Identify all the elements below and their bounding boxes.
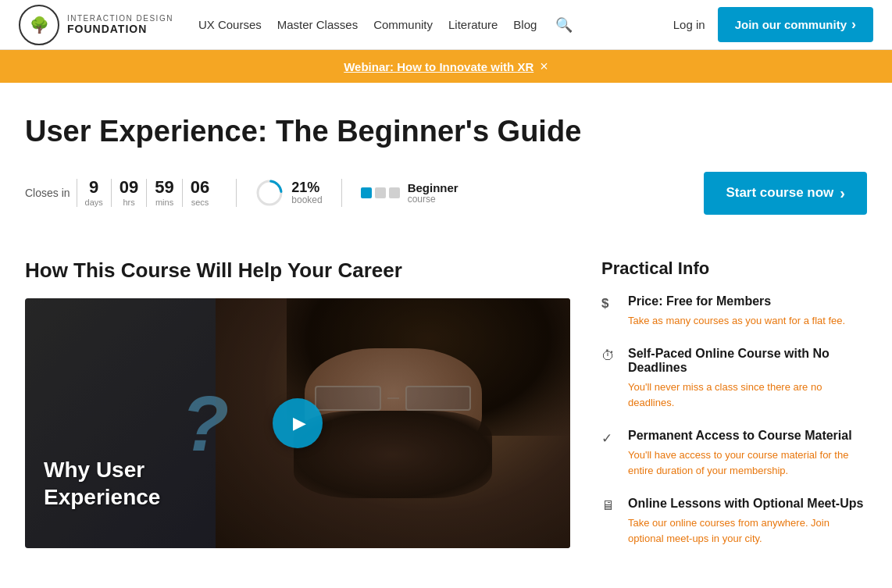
hero-section: User Experience: The Beginner's Guide Cl…: [0, 83, 892, 258]
question-mark-decoration: ?: [181, 384, 229, 462]
video-text-overlay: Why User Experience: [44, 456, 160, 511]
practical-info-panel: Practical Info $ Price: Free for Members…: [601, 258, 867, 565]
countdown-timer: 9 days 09 hrs 59 mins 06 secs: [77, 179, 218, 207]
booked-circle-icon: [255, 179, 284, 207]
logo-icon: 🌳: [19, 5, 59, 45]
timer-secs: 06 secs: [182, 179, 217, 207]
permanent-access-content: Permanent Access to Course Material You'…: [628, 429, 867, 478]
level-dot-2: [375, 187, 386, 198]
timer-mins: 59 mins: [146, 179, 181, 207]
info-item-permanent-access: ✓ Permanent Access to Course Material Yo…: [601, 429, 867, 478]
online-lessons-desc: Take our online courses from anywhere. J…: [628, 515, 867, 546]
self-paced-desc: You'll never miss a class since there ar…: [628, 380, 867, 410]
self-paced-content: Self-Paced Online Course with No Deadlin…: [628, 347, 867, 410]
nav-link-blog[interactable]: Blog: [513, 18, 537, 31]
info-item-price: $ Price: Free for Members Take as many c…: [601, 294, 867, 329]
booked-label-text: booked: [291, 194, 322, 205]
price-heading: Price: Free for Members: [628, 294, 845, 308]
closes-label: Closes in: [25, 187, 70, 199]
booked-info: 21% booked: [291, 180, 322, 205]
secs-value: 06: [191, 179, 209, 196]
level-stat: Beginner course: [361, 182, 458, 205]
permanent-access-desc: You'll have access to your course materi…: [628, 447, 867, 478]
nav-link-literature[interactable]: Literature: [448, 18, 498, 31]
online-lessons-content: Online Lessons with Optional Meet-Ups Ta…: [628, 497, 867, 546]
content-left: How This Course Will Help Your Career: [25, 258, 570, 565]
start-btn-label: Start course now: [726, 185, 833, 201]
monitor-icon: 🖥: [601, 498, 617, 546]
checkmark-icon: ✓: [601, 430, 617, 478]
webinar-link[interactable]: Webinar: How to Innovate with XR: [344, 60, 533, 73]
video-text-line1: Why User: [44, 456, 160, 483]
stat-divider-2: [341, 179, 342, 207]
level-sublabel: course: [408, 194, 458, 205]
level-dot-1: [361, 187, 372, 198]
stats-row: Closes in 9 days 09 hrs 59 mins 06 secs: [25, 172, 867, 215]
permanent-access-heading: Permanent Access to Course Material: [628, 429, 867, 443]
booked-stat: 21% booked: [255, 179, 322, 207]
timer-hrs: 09 hrs: [111, 179, 146, 207]
level-info: Beginner course: [408, 182, 458, 205]
stat-divider-1: [236, 179, 237, 207]
logo-bottom: FOUNDATION: [67, 23, 173, 35]
join-label: Join our community: [735, 18, 847, 31]
nav-link-master-classes[interactable]: Master Classes: [277, 18, 358, 31]
nav-link-community[interactable]: Community: [373, 18, 433, 31]
clock-icon: ⏱: [601, 348, 617, 410]
level-dots: [361, 187, 400, 198]
navbar: 🌳 INTERACTION DESIGN FOUNDATION UX Cours…: [0, 0, 892, 50]
level-name-text: Beginner: [408, 182, 458, 194]
price-desc: Take as many courses as you want for a f…: [628, 313, 845, 329]
logo-link[interactable]: 🌳 INTERACTION DESIGN FOUNDATION: [19, 5, 173, 45]
hrs-value: 09: [120, 179, 138, 196]
nav-link-ux-courses[interactable]: UX Courses: [198, 18, 262, 31]
mins-value: 59: [155, 179, 173, 196]
days-value: 9: [89, 179, 98, 196]
days-label: days: [85, 198, 103, 207]
main-content: How This Course Will Help Your Career: [0, 258, 892, 565]
price-icon: $: [601, 296, 617, 329]
play-button[interactable]: ▶: [273, 398, 323, 448]
level-dot-3: [389, 187, 400, 198]
video-text-line2: Experience: [44, 483, 160, 511]
join-arrow: ›: [851, 16, 856, 33]
start-course-button[interactable]: Start course now ›: [704, 172, 867, 215]
section-title: How This Course Will Help Your Career: [25, 258, 570, 283]
timer-days: 9 days: [77, 179, 111, 207]
info-item-self-paced: ⏱ Self-Paced Online Course with No Deadl…: [601, 347, 867, 410]
start-btn-arrow: ›: [840, 184, 845, 202]
search-button[interactable]: 🔍: [552, 13, 576, 37]
secs-label: secs: [191, 198, 209, 207]
practical-info-title: Practical Info: [601, 258, 867, 279]
course-title: User Experience: The Beginner's Guide: [25, 114, 867, 150]
logo-text: INTERACTION DESIGN FOUNDATION: [67, 14, 173, 35]
video-container[interactable]: ? Why User Experience ▶: [25, 298, 570, 548]
login-link[interactable]: Log in: [673, 18, 705, 31]
price-content: Price: Free for Members Take as many cou…: [628, 294, 845, 329]
mins-label: mins: [155, 198, 173, 207]
hrs-label: hrs: [123, 198, 134, 207]
play-icon: ▶: [293, 413, 306, 433]
announcement-banner: Webinar: How to Innovate with XR ×: [0, 50, 892, 83]
info-item-online-lessons: 🖥 Online Lessons with Optional Meet-Ups …: [601, 497, 867, 546]
self-paced-heading: Self-Paced Online Course with No Deadlin…: [628, 347, 867, 375]
online-lessons-heading: Online Lessons with Optional Meet-Ups: [628, 497, 867, 511]
logo-top: INTERACTION DESIGN: [67, 14, 173, 23]
join-community-button[interactable]: Join our community ›: [718, 7, 873, 42]
banner-close-button[interactable]: ×: [540, 59, 548, 73]
booked-percentage: 21%: [291, 180, 322, 194]
